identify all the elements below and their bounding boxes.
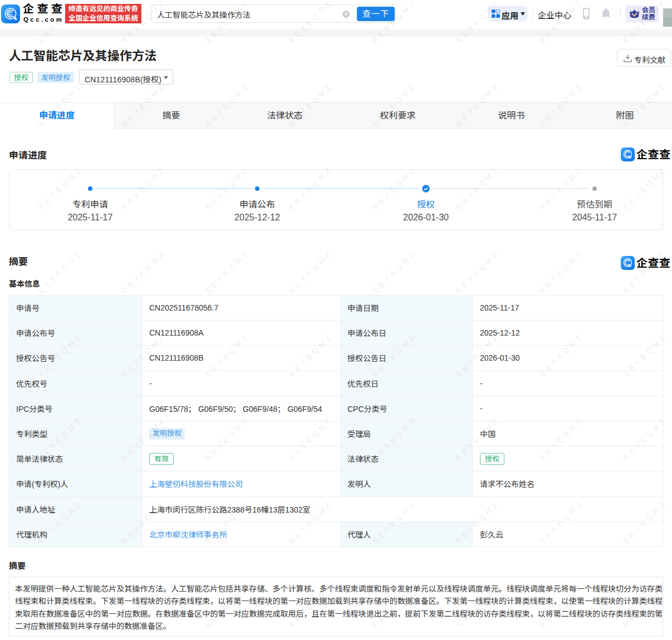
svg-text:企查查: 企查查 xyxy=(636,147,671,161)
svg-text:企查查: 企查查 xyxy=(636,256,671,270)
